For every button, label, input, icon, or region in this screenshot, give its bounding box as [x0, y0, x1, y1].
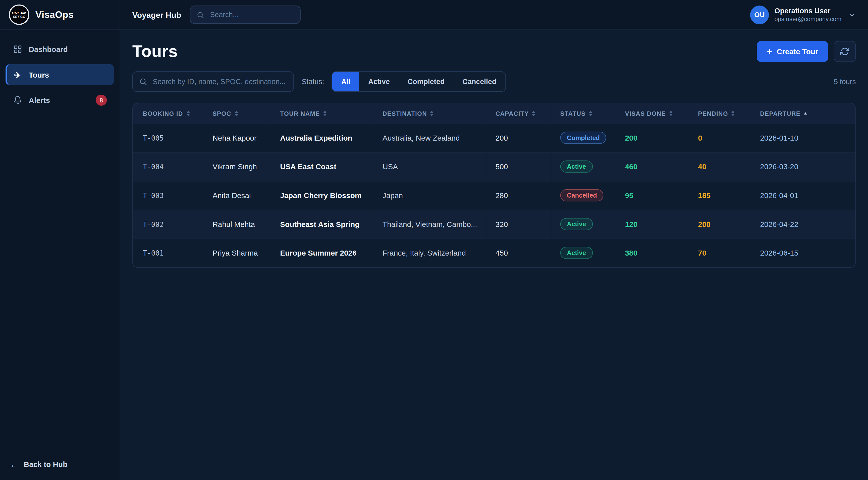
table-row[interactable]: T-002 Rahul Mehta Southeast Asia Spring …	[133, 210, 856, 238]
cell-capacity: 200	[487, 124, 551, 152]
col-departure[interactable]: DEPARTURE	[751, 103, 856, 123]
plane-icon: ✈	[13, 70, 22, 79]
user-email: ops.user@company.com	[775, 15, 842, 23]
cell-destination: France, Italy, Switzerland	[374, 238, 487, 267]
col-status[interactable]: STATUS	[551, 103, 616, 123]
sort-icon	[186, 110, 190, 116]
page-actions: + Create Tour	[757, 41, 856, 62]
col-destination[interactable]: DESTINATION	[374, 103, 487, 123]
sort-icon	[732, 110, 735, 116]
cell-capacity: 320	[487, 210, 551, 238]
cell-capacity: 500	[487, 152, 551, 181]
sort-icon	[430, 110, 434, 116]
filter-bar: Status: All Active Completed Cancelled 5…	[132, 71, 856, 92]
col-booking-id[interactable]: BOOKING ID	[133, 103, 204, 123]
cell-booking-id: T-004	[133, 152, 204, 181]
sort-icon	[323, 110, 327, 116]
table-row[interactable]: T-004 Vikram Singh USA East Coast USA 50…	[133, 152, 856, 181]
sidebar-nav: Dashboard ✈ Tours Alerts 8	[0, 30, 120, 111]
status-badge: Cancelled	[560, 189, 604, 201]
sort-icon	[532, 110, 535, 116]
cell-booking-id: T-005	[133, 124, 204, 152]
status-filter-active[interactable]: Active	[360, 72, 399, 91]
cell-visas-done: 120	[616, 210, 689, 238]
cell-spoc: Priya Sharma	[204, 238, 271, 267]
cell-departure: 2026-04-01	[751, 181, 856, 210]
cell-pending: 185	[689, 181, 751, 210]
status-filter-cancelled[interactable]: Cancelled	[454, 72, 505, 91]
cell-departure: 2026-01-10	[751, 124, 856, 152]
cell-booking-id: T-003	[133, 181, 204, 210]
brand: DREAM SET GO VisaOps	[0, 0, 120, 30]
col-spoc[interactable]: SPOC	[204, 103, 271, 123]
refresh-button[interactable]	[834, 41, 856, 62]
cell-pending: 70	[689, 238, 751, 267]
status-filter-completed[interactable]: Completed	[399, 72, 454, 91]
cell-pending: 200	[689, 210, 751, 238]
sort-asc-icon	[804, 112, 807, 115]
cell-tour-name: Japan Cherry Blossom	[271, 181, 374, 210]
page-title-row: Tours + Create Tour	[132, 41, 856, 62]
search-icon	[139, 77, 147, 86]
col-visas-done[interactable]: VISAS DONE	[616, 103, 689, 123]
app-root: DREAM SET GO VisaOps Dashboard ✈ Tours	[0, 0, 868, 480]
page-title: Tours	[132, 42, 178, 61]
cell-visas-done: 380	[616, 238, 689, 267]
refresh-icon	[840, 47, 849, 56]
tour-count: 5 tours	[834, 77, 856, 86]
global-search-input[interactable]	[209, 10, 294, 19]
sidebar-item-tours[interactable]: ✈ Tours	[5, 64, 114, 85]
col-capacity[interactable]: CAPACITY	[487, 103, 551, 123]
avatar[interactable]: OU	[750, 5, 769, 24]
cell-tour-name: Europe Summer 2026	[271, 238, 374, 267]
cell-tour-name: Southeast Asia Spring	[271, 210, 374, 238]
table-row[interactable]: T-003 Anita Desai Japan Cherry Blossom J…	[133, 181, 856, 210]
cell-status: Active	[551, 210, 616, 238]
cell-status: Active	[551, 238, 616, 267]
cell-tour-name: Australia Expedition	[271, 124, 374, 152]
back-to-hub-link[interactable]: ← Back to Hub	[10, 460, 68, 469]
grid-icon	[13, 44, 22, 54]
sidebar-item-label: Alerts	[29, 96, 50, 104]
sidebar-item-alerts[interactable]: Alerts 8	[5, 90, 114, 111]
cell-spoc: Neha Kapoor	[204, 124, 271, 152]
cell-visas-done: 200	[616, 124, 689, 152]
tours-search-input[interactable]	[152, 77, 287, 86]
tours-search[interactable]	[132, 71, 294, 92]
main-column: Voyager Hub OU Operations User ops.user@…	[120, 0, 868, 480]
status-badge: Completed	[560, 132, 607, 144]
cell-spoc: Rahul Mehta	[204, 210, 271, 238]
chevron-down-icon[interactable]	[848, 11, 856, 19]
screen: DREAM SET GO VisaOps Dashboard ✈ Tours	[0, 0, 868, 480]
status-badge: Active	[560, 160, 593, 172]
cell-destination: USA	[374, 152, 487, 181]
user-meta: Operations User ops.user@company.com	[775, 6, 842, 23]
status-filter-all[interactable]: All	[332, 72, 359, 91]
global-search[interactable]	[190, 5, 301, 24]
col-tour-name[interactable]: TOUR NAME	[271, 103, 374, 123]
sidebar-footer: ← Back to Hub	[0, 449, 120, 480]
alerts-count-badge: 8	[96, 95, 107, 106]
cell-status: Cancelled	[551, 181, 616, 210]
status-filter-label: Status:	[302, 77, 324, 86]
user-name: Operations User	[775, 6, 842, 15]
table-row[interactable]: T-005 Neha Kapoor Australia Expedition A…	[133, 124, 856, 152]
col-pending[interactable]: PENDING	[689, 103, 751, 123]
tours-page: Tours + Create Tour	[120, 30, 868, 480]
arrow-left-icon: ←	[10, 460, 18, 469]
hub-title: Voyager Hub	[132, 10, 181, 19]
status-badge: Active	[560, 247, 593, 259]
sidebar: DREAM SET GO VisaOps Dashboard ✈ Tours	[0, 0, 120, 480]
cell-spoc: Anita Desai	[204, 181, 271, 210]
table-row[interactable]: T-001 Priya Sharma Europe Summer 2026 Fr…	[133, 238, 856, 267]
cell-destination: Thailand, Vietnam, Cambo...	[374, 210, 487, 238]
sidebar-item-dashboard[interactable]: Dashboard	[5, 39, 114, 60]
create-tour-button[interactable]: + Create Tour	[757, 41, 828, 62]
cell-booking-id: T-001	[133, 238, 204, 267]
tours-table-body: T-005 Neha Kapoor Australia Expedition A…	[133, 124, 856, 267]
sidebar-item-label: Dashboard	[29, 45, 68, 54]
user-menu[interactable]: OU Operations User ops.user@company.com	[750, 5, 856, 24]
cell-departure: 2026-06-15	[751, 238, 856, 267]
cell-status: Active	[551, 152, 616, 181]
cell-tour-name: USA East Coast	[271, 152, 374, 181]
